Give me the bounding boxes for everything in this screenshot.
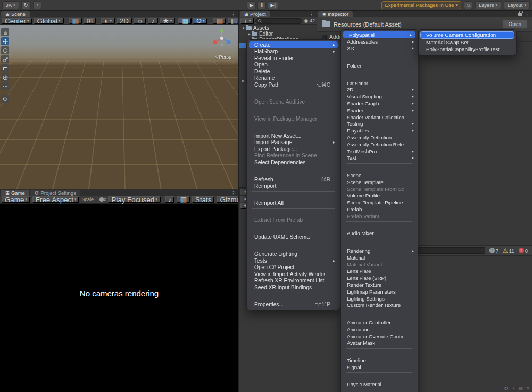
- menu-item[interactable]: Generate Lighting: [247, 251, 340, 258]
- menu-item[interactable]: Text: [341, 155, 418, 162]
- menu-item[interactable]: [252, 191, 335, 198]
- menu-item[interactable]: Assembly Definition: [341, 134, 418, 141]
- menu-item[interactable]: [346, 163, 412, 170]
- menu-item[interactable]: Assembly Definition Reference: [341, 141, 418, 148]
- menu-item[interactable]: Scene Template From Scene: [341, 186, 418, 193]
- menu-item[interactable]: [346, 390, 412, 392]
- menu-item[interactable]: Properties... ⌥⌘P: [247, 301, 340, 308]
- search-button[interactable]: [464, 1, 472, 9]
- tool-pivot-dropdown[interactable]: Center ▾: [2, 18, 32, 24]
- menu-item[interactable]: Lens Flare: [341, 268, 418, 275]
- scene-viewport[interactable]: ⚙ < Persp: [0, 25, 238, 189]
- menu-item[interactable]: Lightmap Parameters: [341, 288, 418, 295]
- menu-item[interactable]: Prefab: [341, 206, 418, 213]
- menu-item[interactable]: Open C# Project: [247, 264, 340, 271]
- tree-item-assets[interactable]: ▼ Assets: [239, 25, 317, 31]
- menu-item[interactable]: Export Package...: [247, 146, 340, 153]
- visibility-toggle-icon[interactable]: ◉: [304, 18, 308, 23]
- menu-item[interactable]: View in Import Activity Window: [247, 271, 340, 278]
- error-count-toggle[interactable]: ! 0: [519, 248, 528, 254]
- menu-status-icon[interactable]: ≡: [527, 386, 529, 391]
- menu-item[interactable]: Avatar Mask: [341, 339, 418, 346]
- mute-audio-toggle[interactable]: ♪: [165, 196, 175, 203]
- menu-item[interactable]: Physic Material: [341, 381, 418, 388]
- menu-item[interactable]: Scene: [341, 172, 418, 179]
- menu-item[interactable]: Scene Template: [341, 179, 418, 186]
- menu-item[interactable]: Find References In Scene: [247, 153, 340, 160]
- panel-menu-icon[interactable]: ⋮: [231, 12, 236, 17]
- menu-item[interactable]: Import Package: [247, 139, 340, 146]
- experimental-packages-dropdown[interactable]: Experimental Packages In Use ▾: [381, 1, 461, 9]
- perspective-label[interactable]: < Persp: [215, 54, 231, 60]
- tab-project-settings[interactable]: ⚙ Project Settings: [30, 190, 80, 196]
- menu-item[interactable]: Material Variant: [341, 261, 418, 268]
- refresh-status-icon[interactable]: ↻: [504, 386, 508, 391]
- project-search-input[interactable]: [255, 18, 302, 24]
- menu-item[interactable]: Addressables: [341, 38, 418, 45]
- camera-settings-button[interactable]: ▥: [213, 18, 226, 24]
- menu-item[interactable]: Reimport All: [247, 200, 340, 207]
- tool-orientation-dropdown[interactable]: Global ▾: [34, 18, 64, 24]
- game-viewport[interactable]: No cameras rendering: [0, 204, 238, 392]
- play-button[interactable]: ▶: [247, 1, 256, 9]
- menu-item[interactable]: Lens Flare (SRP): [341, 274, 418, 281]
- menu-item[interactable]: Open Scene Additive: [247, 98, 340, 105]
- scene-lighting-toggle[interactable]: ☼: [134, 18, 146, 24]
- panel-menu-icon[interactable]: ⋮: [309, 12, 314, 17]
- menu-item[interactable]: TextMeshPro: [341, 148, 418, 155]
- menu-item[interactable]: Reveal in Finder: [247, 55, 340, 62]
- vsync-toggle[interactable]: ▥: [177, 196, 190, 203]
- custom-tools-button[interactable]: [1, 82, 9, 90]
- account-dropdown[interactable]: JA ▾: [2, 1, 19, 9]
- menu-item[interactable]: Shader Graph: [341, 100, 418, 107]
- open-button[interactable]: Open: [502, 20, 528, 29]
- menu-item[interactable]: Testing: [341, 121, 418, 128]
- display-dropdown[interactable]: Game ▾: [2, 196, 30, 203]
- rect-tool-button[interactable]: [1, 64, 9, 72]
- foldout-arrow-icon[interactable]: ▼: [241, 27, 246, 30]
- menu-item-volume-camera-configuration[interactable]: Volume Camera Configuration: [420, 31, 514, 39]
- menu-item[interactable]: Open: [247, 62, 340, 69]
- scale-tool-button[interactable]: [1, 55, 9, 63]
- increment-snap-toggle[interactable]: ⊞: [84, 18, 96, 24]
- menu-item[interactable]: Timeline: [341, 357, 418, 364]
- scene-camera-settings-gear-icon[interactable]: ⚙: [1, 95, 9, 103]
- menu-item-polyspatial-capability-profile-test[interactable]: PolySpatialCapabilityProfileTest: [419, 46, 516, 53]
- menu-item-flatsharp[interactable]: FlatSharp: [247, 48, 340, 55]
- warning-count-toggle[interactable]: ⚠ 11: [503, 248, 514, 254]
- transform-tool-button[interactable]: [1, 73, 9, 81]
- 2d-toggle[interactable]: 2D: [117, 18, 132, 24]
- menu-item[interactable]: Rendering: [341, 247, 418, 254]
- menu-item[interactable]: Visual Scripting: [341, 93, 418, 100]
- move-tool-button[interactable]: [1, 37, 9, 45]
- menu-item[interactable]: Scene Template Pipeline: [341, 199, 418, 206]
- menu-item[interactable]: Animator Override Controller: [341, 333, 418, 340]
- orientation-gizmo[interactable]: [210, 26, 234, 52]
- cloud-services-icon[interactable]: ↻: [21, 1, 31, 9]
- grid-snap-toggle[interactable]: ▦: [69, 18, 82, 24]
- menu-item-material-swap-set[interactable]: Material Swap Set: [419, 39, 516, 46]
- menu-item[interactable]: [346, 221, 412, 228]
- menu-item[interactable]: [346, 239, 412, 246]
- activity-status-icon[interactable]: ◔: [512, 386, 514, 391]
- menu-item[interactable]: Extract From Prefab: [247, 217, 340, 224]
- layout-dropdown[interactable]: Layout ▾: [504, 1, 530, 9]
- menu-item[interactable]: View in Package Manager: [247, 115, 340, 122]
- menu-item[interactable]: [252, 243, 335, 249]
- menu-item[interactable]: Tests: [247, 257, 340, 264]
- menu-item[interactable]: Shader Variant Collection: [341, 114, 418, 121]
- menu-item[interactable]: Shader: [341, 107, 418, 114]
- menu-item[interactable]: [252, 124, 335, 131]
- menu-item[interactable]: [252, 293, 335, 299]
- menu-item[interactable]: Refresh ⌘R: [247, 176, 340, 183]
- tab-project[interactable]: ⊞ Project: [240, 11, 270, 17]
- menu-item[interactable]: Material: [341, 254, 418, 261]
- info-count-toggle[interactable]: ! 7: [489, 248, 498, 254]
- shading-mode-dropdown[interactable]: ◐ ▾: [101, 18, 115, 24]
- tab-scene[interactable]: ⊞ Scene: [1, 11, 30, 17]
- view-tool-button[interactable]: [1, 28, 9, 36]
- menu-item[interactable]: Render Texture: [341, 281, 418, 288]
- scene-audio-toggle[interactable]: ♪: [148, 18, 158, 24]
- snap-magnet-dropdown[interactable]: Ω ▾: [193, 18, 207, 24]
- rotate-tool-button[interactable]: [1, 46, 9, 54]
